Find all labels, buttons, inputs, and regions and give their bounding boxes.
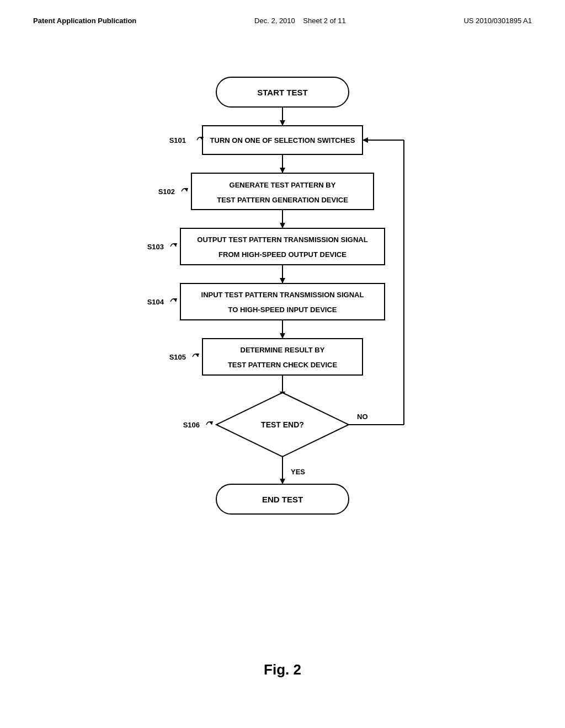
svg-text:S106: S106	[183, 421, 200, 429]
svg-text:S102: S102	[158, 188, 175, 196]
svg-marker-41	[209, 421, 213, 425]
svg-text:FROM HIGH-SPEED OUTPUT DEVICE: FROM HIGH-SPEED OUTPUT DEVICE	[218, 250, 347, 259]
svg-text:TEST PATTERN GENERATION DEVICE: TEST PATTERN GENERATION DEVICE	[217, 196, 348, 204]
patent-number: US 2010/0301895 A1	[463, 17, 532, 25]
page-header: Patent Application Publication Dec. 2, 2…	[33, 17, 532, 25]
svg-text:S103: S103	[147, 243, 164, 251]
svg-marker-14	[184, 188, 188, 191]
svg-text:OUTPUT TEST PATTERN TRANSMISSI: OUTPUT TEST PATTERN TRANSMISSION SIGNAL	[197, 235, 367, 244]
svg-text:TEST PATTERN CHECK DEVICE: TEST PATTERN CHECK DEVICE	[228, 361, 337, 369]
svg-marker-21	[173, 243, 177, 247]
svg-text:GENERATE TEST PATTERN BY: GENERATE TEST PATTERN BY	[230, 181, 336, 189]
svg-marker-30	[280, 333, 285, 339]
svg-marker-28	[173, 298, 177, 302]
date-label: Dec. 2, 2010 Sheet 2 of 11	[254, 17, 346, 25]
svg-text:TURN ON ONE OF SELECTION SWITC: TURN ON ONE OF SELECTION SWITCHES	[210, 136, 355, 144]
svg-marker-51	[363, 137, 368, 143]
svg-text:END   TEST: END TEST	[262, 495, 303, 504]
svg-marker-23	[280, 278, 285, 283]
svg-marker-43	[280, 479, 285, 484]
svg-rect-31	[202, 339, 363, 375]
flowchart-diagram: START TEST TURN ON ONE OF SELECTION SWIT…	[95, 66, 470, 546]
svg-text:START   TEST: START TEST	[257, 88, 307, 97]
svg-marker-3	[280, 120, 285, 126]
svg-text:TO HIGH-SPEED INPUT DEVICE: TO HIGH-SPEED INPUT DEVICE	[228, 306, 337, 314]
svg-marker-35	[195, 354, 199, 357]
svg-text:NO: NO	[357, 413, 368, 421]
svg-text:DETERMINE RESULT BY: DETERMINE RESULT BY	[241, 346, 325, 354]
svg-text:S104: S104	[147, 298, 164, 306]
svg-rect-17	[180, 228, 385, 265]
svg-text:S105: S105	[169, 353, 186, 361]
svg-text:YES: YES	[291, 468, 305, 476]
publication-label: Patent Application Publication	[33, 17, 136, 25]
svg-text:INPUT TEST PATTERN TRANSMISSIO: INPUT TEST PATTERN TRANSMISSION SIGNAL	[201, 291, 364, 299]
svg-text:S101: S101	[169, 136, 186, 144]
svg-rect-24	[180, 283, 385, 320]
svg-marker-16	[280, 223, 285, 228]
svg-rect-10	[191, 173, 374, 210]
figure-label: Fig. 2	[264, 661, 301, 678]
svg-text:TEST END?: TEST END?	[261, 420, 304, 429]
svg-marker-9	[280, 168, 285, 173]
